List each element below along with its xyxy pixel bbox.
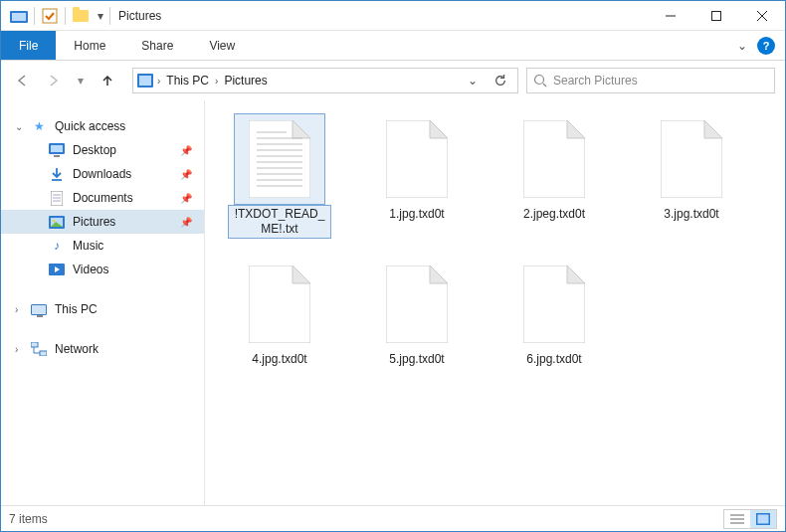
breadcrumb-this-pc[interactable]: This PC (164, 74, 211, 88)
separator (65, 7, 66, 25)
this-pc-icon (31, 301, 47, 317)
details-view-button[interactable] (724, 510, 750, 528)
qat-folder-icon[interactable] (69, 5, 93, 27)
desktop-icon (49, 142, 65, 158)
text-file-icon (235, 114, 324, 204)
forward-button[interactable] (43, 70, 65, 91)
file-name: 5.jpg.txd0t (387, 351, 446, 368)
pictures-icon (49, 214, 65, 230)
documents-icon (49, 190, 65, 206)
file-name: 6.jpg.txd0t (524, 351, 583, 368)
ribbon: File Home Share View ⌄ ? (1, 31, 785, 61)
blank-file-icon (509, 114, 599, 204)
help-icon[interactable]: ? (757, 37, 775, 55)
sidebar-item-label: Desktop (73, 143, 116, 157)
sidebar-item-label: Videos (73, 263, 108, 276)
svg-rect-29 (758, 514, 769, 523)
sidebar-item-label: This PC (55, 302, 98, 316)
pin-icon: 📌 (180, 193, 192, 204)
blank-file-icon (509, 260, 599, 349)
file-tab[interactable]: File (1, 31, 56, 60)
breadcrumb-pictures[interactable]: Pictures (222, 74, 269, 88)
svg-rect-24 (40, 351, 47, 356)
sidebar-this-pc[interactable]: › This PC (1, 297, 204, 321)
tab-home[interactable]: Home (56, 31, 123, 60)
status-item-count: 7 items (9, 512, 723, 526)
pin-icon: 📌 (180, 217, 192, 228)
main-area: ⌄ ★ Quick access Desktop 📌 Downloads 📌 D… (1, 100, 785, 505)
sidebar-item-label: Pictures (73, 215, 115, 229)
chevron-right-icon[interactable]: › (157, 76, 160, 87)
sidebar-item-label: Music (73, 239, 103, 253)
sidebar-item-label: Documents (73, 191, 133, 205)
file-name: 4.jpg.txd0t (250, 351, 308, 368)
sidebar-item-desktop[interactable]: Desktop 📌 (1, 138, 204, 162)
blank-file-icon (372, 114, 462, 204)
thumbnails-view-button[interactable] (750, 510, 776, 528)
tab-view[interactable]: View (191, 31, 253, 60)
star-icon: ★ (31, 118, 47, 134)
sidebar-item-label: Network (55, 342, 98, 356)
search-box[interactable] (526, 68, 775, 93)
qat-explorer-icon[interactable] (7, 5, 31, 27)
qat-properties-icon[interactable] (38, 5, 62, 27)
svg-rect-2 (43, 9, 57, 23)
qat-dropdown-icon[interactable]: ▾ (94, 5, 107, 27)
close-button[interactable] (739, 1, 785, 31)
chevron-right-icon[interactable]: › (15, 304, 18, 315)
sidebar-item-label: Downloads (73, 167, 131, 181)
content-pane[interactable]: !TXDOT_READ_ME!.txt1.jpg.txd0t2.jpeg.txd… (205, 100, 785, 505)
file-name: 3.jpg.txd0t (662, 206, 720, 223)
file-item[interactable]: 4.jpg.txd0t (229, 260, 330, 368)
sidebar-item-pictures[interactable]: Pictures 📌 (1, 210, 204, 234)
pin-icon: 📌 (180, 169, 192, 180)
file-item[interactable]: 2.jpeg.txd0t (503, 114, 605, 238)
refresh-button[interactable] (488, 69, 513, 92)
svg-rect-13 (54, 155, 60, 157)
separator (34, 7, 35, 25)
sidebar-item-music[interactable]: ♪ Music (1, 234, 204, 258)
up-button[interactable] (97, 70, 118, 91)
blank-file-icon (372, 260, 462, 349)
file-grid: !TXDOT_READ_ME!.txt1.jpg.txd0t2.jpeg.txd… (229, 114, 775, 368)
sidebar-item-documents[interactable]: Documents 📌 (1, 186, 204, 210)
sidebar-item-downloads[interactable]: Downloads 📌 (1, 162, 204, 186)
recent-locations-dropdown[interactable]: ▾ (75, 70, 87, 91)
sidebar-item-label: Quick access (55, 119, 125, 133)
chevron-right-icon[interactable]: › (215, 76, 218, 87)
svg-point-21 (53, 219, 56, 222)
chevron-right-icon[interactable]: › (15, 344, 18, 355)
view-toggle (723, 509, 777, 529)
file-item[interactable]: 5.jpg.txd0t (366, 260, 468, 368)
pin-icon: 📌 (180, 145, 192, 156)
chevron-down-icon[interactable]: ⌄ (15, 121, 23, 132)
maximize-button[interactable] (693, 1, 739, 31)
file-name: !TXDOT_READ_ME!.txt (229, 206, 330, 238)
svg-rect-1 (12, 13, 26, 21)
file-item[interactable]: 3.jpg.txd0t (641, 114, 742, 238)
svg-rect-4 (712, 11, 721, 20)
search-input[interactable] (553, 74, 768, 88)
navigation-bar: ▾ › This PC › Pictures ⌄ (1, 61, 785, 100)
svg-rect-23 (31, 342, 38, 347)
sidebar-network[interactable]: › Network (1, 337, 204, 361)
sidebar-quick-access[interactable]: ⌄ ★ Quick access (1, 114, 204, 138)
svg-line-10 (543, 84, 546, 87)
file-item[interactable]: !TXDOT_READ_ME!.txt (229, 114, 330, 238)
blank-file-icon (235, 260, 324, 349)
svg-rect-8 (139, 76, 151, 86)
expand-ribbon-icon[interactable]: ⌄ (737, 39, 747, 53)
tab-share[interactable]: Share (123, 31, 191, 60)
file-item[interactable]: 6.jpg.txd0t (503, 260, 605, 368)
videos-icon (49, 262, 65, 277)
titlebar: ▾ Pictures (1, 1, 785, 31)
sidebar-item-videos[interactable]: Videos (1, 258, 204, 281)
minimize-button[interactable] (648, 1, 693, 31)
back-button[interactable] (11, 70, 33, 91)
address-bar[interactable]: › This PC › Pictures ⌄ (132, 68, 518, 93)
address-history-dropdown[interactable]: ⌄ (460, 69, 486, 92)
quick-access-toolbar: ▾ (7, 5, 107, 27)
downloads-icon (49, 166, 65, 182)
file-name: 2.jpeg.txd0t (521, 206, 587, 223)
file-item[interactable]: 1.jpg.txd0t (366, 114, 468, 238)
